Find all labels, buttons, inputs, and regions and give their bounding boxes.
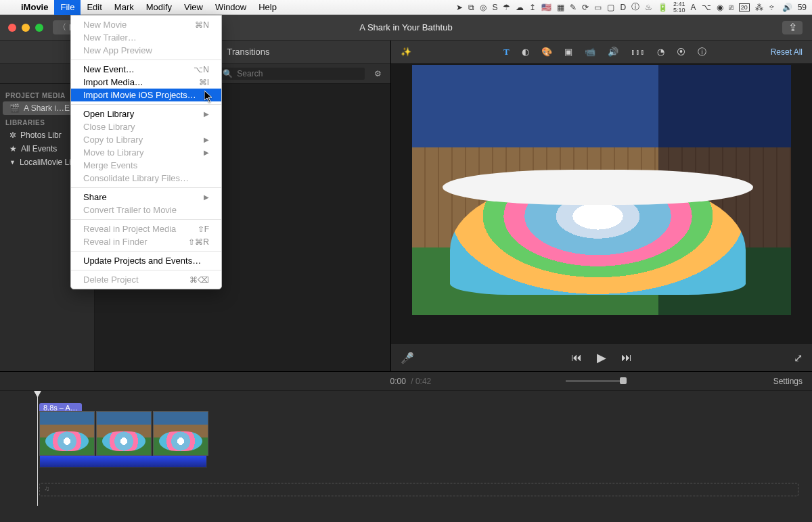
music-icon: ♫	[44, 484, 49, 492]
color-correction-icon[interactable]: 🎨	[541, 47, 552, 57]
menu-import-ios-projects[interactable]: Import iMovie iOS Projects…	[71, 89, 221, 101]
viewer-frame	[412, 65, 791, 315]
next-button[interactable]: ⏭	[621, 352, 632, 364]
menu-edit[interactable]: Edit	[81, 0, 108, 15]
timeline-clips[interactable]	[39, 411, 812, 456]
timeline-panel: 0:00 / 0:42 Settings 8.8s – A… ♫	[0, 371, 812, 522]
display-icon: ▭	[594, 3, 602, 12]
playhead[interactable]	[37, 391, 38, 506]
location-icon: ➤	[456, 3, 463, 12]
menu-close-library[interactable]: Close Library	[71, 120, 221, 133]
menu-merge-events[interactable]: Merge Events	[71, 159, 221, 172]
share-button[interactable]: ⇪	[782, 21, 803, 34]
viewer[interactable]	[391, 64, 812, 344]
filter-icon[interactable]: ⦿	[677, 47, 685, 57]
menu-new-app-preview[interactable]: New App Preview	[71, 44, 221, 57]
wifi-icon: ᯤ	[769, 3, 777, 12]
play-button[interactable]: ▶	[597, 350, 606, 365]
menu-mark[interactable]: Mark	[108, 0, 140, 15]
zoom-window[interactable]	[35, 24, 43, 32]
timeline-clip[interactable]	[153, 411, 208, 456]
crop-icon[interactable]: ▣	[564, 47, 572, 57]
title-tool-icon[interactable]: T	[503, 47, 510, 57]
timeline[interactable]: 8.8s – A… ♫	[0, 391, 812, 506]
flag-icon: 🇺🇸	[541, 3, 551, 12]
file-menu-dropdown: New Movie⌘N New Trailer… New App Preview…	[70, 15, 222, 289]
playback-controls: 🎤 ⏮ ▶ ⏭ ⤢	[391, 344, 812, 371]
volume-tool-icon[interactable]: 🔊	[608, 47, 618, 57]
menu-modify[interactable]: Modify	[140, 0, 178, 15]
menu-share[interactable]: Share▶	[71, 191, 221, 204]
menu-help[interactable]: Help	[252, 0, 283, 15]
menu-open-library[interactable]: Open Library▶	[71, 108, 221, 120]
menu-convert-trailer[interactable]: Convert Trailer to Movie	[71, 204, 221, 216]
timeline-clip[interactable]	[39, 411, 95, 456]
menu-delete-project[interactable]: Delete Project⌘⌫	[71, 273, 221, 286]
menu-consolidate[interactable]: Consolidate Library Files…	[71, 172, 221, 185]
timeline-clip[interactable]	[96, 411, 152, 456]
airplay-icon: ▢	[607, 3, 614, 12]
sync-icon: ◉	[717, 3, 723, 12]
up-icon: ↥	[529, 3, 536, 12]
dropbox-icon: ⧉	[468, 3, 474, 12]
flower-icon: ✲	[9, 130, 16, 140]
battery-icon: 🔋	[658, 3, 668, 12]
menu-move-to-library[interactable]: Move to Library▶	[71, 146, 221, 159]
flame-icon: ♨	[645, 3, 652, 12]
color-balance-icon[interactable]: ◐	[522, 47, 529, 57]
battery-pct: 59	[798, 3, 807, 12]
menu-window[interactable]: Window	[209, 0, 252, 15]
gear-icon: ⚙	[374, 69, 382, 78]
timeline-duration: / 0:42	[409, 377, 431, 386]
viewer-tools: ✨ T ◐ 🎨 ▣ 📹 🔊 ⫾⫾⫾ ◔ ⦿ ⓘ Reset All	[391, 41, 812, 64]
star-icon: ★	[9, 144, 17, 153]
volume-icon: 🔊	[782, 3, 792, 12]
equalizer-icon[interactable]: ⫾⫾⫾	[631, 47, 645, 57]
d-icon: D	[620, 3, 626, 12]
speed-icon[interactable]: ◔	[657, 47, 664, 57]
tab-transitions[interactable]: Transitions	[227, 47, 269, 57]
search-icon: 🔍	[223, 69, 233, 78]
fullscreen-button[interactable]: ⤢	[794, 352, 803, 364]
cc-icon: ◎	[480, 3, 487, 12]
minimize-window[interactable]	[22, 24, 30, 32]
app-name[interactable]: iMovie	[15, 2, 54, 12]
evernote-icon: ✎	[570, 3, 577, 12]
bt-icon: ⁂	[755, 3, 763, 12]
menubar-clock: 2:415:10	[673, 1, 685, 14]
umbrella-icon: ☂	[503, 3, 510, 12]
menu-import-media[interactable]: Import Media…⌘I	[71, 76, 221, 89]
screen-icon: ⎚	[729, 3, 734, 12]
menubar-tray: ➤ ⧉ ◎ S ☂ ☁ ↥ 🇺🇸 ▦ ✎ ⟳ ▭ ▢ D ⓘ ♨ 🔋 2:415…	[456, 1, 812, 14]
menu-reveal-project[interactable]: Reveal in Project Media⇧F	[71, 222, 221, 235]
close-window[interactable]	[8, 24, 16, 32]
timeline-drop-zone[interactable]: ♫	[39, 483, 798, 496]
menu-new-trailer[interactable]: New Trailer…	[71, 31, 221, 44]
menu-copy-to-library[interactable]: Copy to Library▶	[71, 133, 221, 146]
timeline-settings-button[interactable]: Settings	[773, 377, 803, 386]
menu-view[interactable]: View	[178, 0, 209, 15]
menu-update-projects[interactable]: Update Projects and Events…	[71, 254, 221, 267]
info-tool-icon[interactable]: ⓘ	[698, 46, 706, 58]
browser-settings-button[interactable]: ⚙	[371, 69, 384, 78]
stabilize-icon[interactable]: 📹	[585, 47, 595, 57]
menu-reveal-finder[interactable]: Reveal in Finder⇧⌘R	[71, 235, 221, 248]
clapper-icon: 🎬	[9, 103, 20, 113]
chevron-left-icon: 〈	[58, 22, 66, 33]
timeline-position: 0:00	[390, 377, 406, 386]
reset-all-button[interactable]: Reset All	[771, 47, 803, 57]
mac-menubar: iMovie File Edit Mark Modify View Window…	[0, 0, 812, 15]
zoom-slider[interactable]	[566, 380, 627, 382]
s-icon: S	[492, 3, 497, 12]
prev-button[interactable]: ⏮	[571, 352, 582, 364]
menu-new-movie[interactable]: New Movie⌘N	[71, 18, 221, 31]
tool-icon: ⌥	[702, 3, 711, 12]
menu-new-event[interactable]: New Event…⌥N	[71, 63, 221, 76]
magic-wand-icon[interactable]: ✨	[401, 47, 411, 57]
disclosure-icon: ▼	[9, 159, 16, 166]
search-input[interactable]: 🔍Search	[217, 68, 365, 80]
timeline-audio[interactable]	[39, 456, 207, 468]
traffic-lights[interactable]	[0, 24, 43, 32]
menu-file[interactable]: File	[54, 0, 81, 15]
voiceover-button[interactable]: 🎤	[401, 352, 414, 364]
